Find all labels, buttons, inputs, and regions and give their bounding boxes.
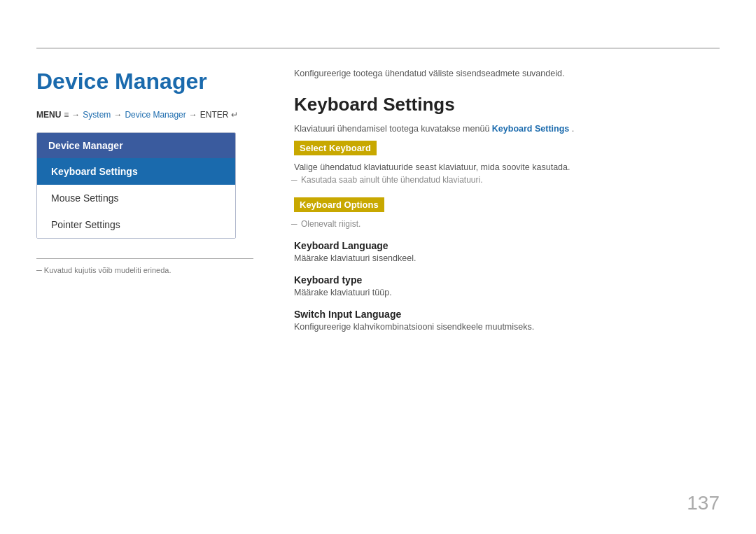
option-keyboard-language-title: Keyboard Language <box>294 240 720 251</box>
page-title: Device Manager <box>36 69 253 94</box>
breadcrumb-enter-icon: ↵ <box>231 110 238 120</box>
option-switch-input-language-title: Switch Input Language <box>294 309 720 320</box>
select-keyboard-label: Select Keyboard <box>294 141 377 155</box>
option-keyboard-type: Keyboard type Määrake klaviatuuri tüüp. <box>294 274 720 297</box>
breadcrumb-device-manager: Device Manager <box>125 110 186 120</box>
right-intro: Konfigureerige tootega ühendatud väliste… <box>294 69 720 78</box>
right-column: Konfigureerige tootega ühendatud väliste… <box>294 62 720 343</box>
page-number: 137 <box>687 492 720 514</box>
keyboard-options-note: Olenevalt riigist. <box>294 219 720 229</box>
option-keyboard-type-title: Keyboard type <box>294 274 720 286</box>
select-keyboard-note: Kasutada saab ainult ühte ühendatud klav… <box>294 175 720 185</box>
sidebar-item-keyboard-settings[interactable]: Keyboard Settings <box>37 158 235 185</box>
option-keyboard-type-desc: Määrake klaviatuuri tüüp. <box>294 288 720 297</box>
section-intro-highlight: Keyboard Settings <box>492 124 569 134</box>
sidebar-header: Device Manager <box>37 133 235 158</box>
breadcrumb-menu: MENU <box>36 110 61 120</box>
breadcrumb-menu-icon: ≡ <box>64 110 69 120</box>
option-switch-input-language-desc: Konfigureerige klahvikombinatsiooni sise… <box>294 322 720 332</box>
option-keyboard-language: Keyboard Language Määrake klaviatuuri si… <box>294 240 720 263</box>
keyboard-options-section: Keyboard Options Olenevalt riigist. Keyb… <box>294 197 720 332</box>
section-title: Keyboard Settings <box>294 94 720 115</box>
option-switch-input-language: Switch Input Language Konfigureerige kla… <box>294 309 720 332</box>
section-intro-end: . <box>572 124 574 134</box>
keyboard-options-label: Keyboard Options <box>294 197 384 212</box>
select-keyboard-desc: Valige ühendatud klaviatuuride seast kla… <box>294 162 720 172</box>
breadcrumb-system: System <box>83 110 111 120</box>
breadcrumb-arrow-3: → <box>189 110 197 120</box>
section-intro-text: Klaviatuuri ühendamisel tootega kuvataks… <box>294 124 492 134</box>
section-intro: Klaviatuuri ühendamisel tootega kuvataks… <box>294 124 720 134</box>
breadcrumb-arrow-1: → <box>71 110 80 120</box>
left-footnote: ─ Kuvatud kujutis võib mudeliti erineda. <box>36 258 253 274</box>
option-keyboard-language-desc: Määrake klaviatuuri sisendkeel. <box>294 253 720 263</box>
sidebar-menu: Device Manager Keyboard Settings Mouse S… <box>36 132 236 239</box>
breadcrumb: MENU ≡ → System → Device Manager → ENTER… <box>36 110 253 120</box>
sidebar-item-pointer-settings[interactable]: Pointer Settings <box>37 211 235 238</box>
sidebar-item-mouse-settings[interactable]: Mouse Settings <box>37 185 235 211</box>
breadcrumb-enter: ENTER <box>200 110 229 120</box>
left-column: Device Manager MENU ≡ → System → Device … <box>36 62 253 274</box>
breadcrumb-arrow-2: → <box>113 110 122 120</box>
